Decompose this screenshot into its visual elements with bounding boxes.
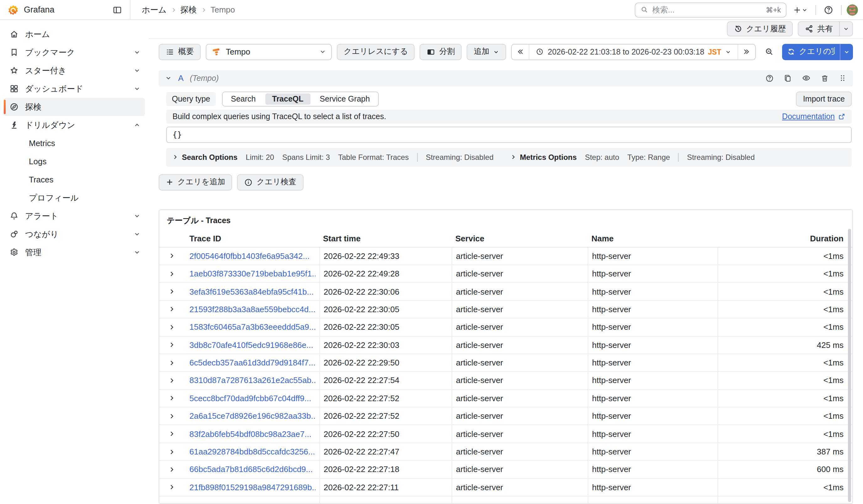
import-trace-button[interactable]: Import trace [796,91,852,106]
run-query-dropdown[interactable] [840,43,853,60]
chevron-down-icon[interactable] [128,213,145,219]
header-start-time[interactable]: Start time [319,234,452,243]
query-inspector-button[interactable]: クエリ検査 [237,174,303,190]
documentation-link[interactable]: Documentation [782,112,846,121]
brand[interactable]: Grafana [8,4,54,15]
trace-id-link[interactable]: 61aa2928784bdb8d5ccafdc3256... [189,447,315,456]
chevron-down-icon[interactable] [128,49,145,56]
row-expander[interactable] [159,336,184,354]
chevron-down-icon[interactable] [128,67,145,74]
duplicate-icon[interactable] [783,74,792,83]
sidebar-toggle-button[interactable] [110,2,125,17]
time-shift-forward-button[interactable] [738,44,755,59]
header-duration[interactable]: Duration [717,234,852,243]
option-step: Step: auto [585,153,619,161]
share-button-main[interactable]: 共有 [798,22,839,36]
outline-button[interactable]: 概要 [159,43,201,60]
tab-service-graph[interactable]: Service Graph [312,92,378,105]
breadcrumb-home[interactable]: ホーム [142,4,166,15]
service-cell: article-server [452,425,588,443]
trace-id-link[interactable]: 8310d87a7287613a261e2ac55ab... [189,376,315,385]
trace-id-link[interactable]: 6c5decb357aa61d3dd79d9184f7... [189,358,315,367]
row-expander[interactable] [159,425,184,443]
row-expander[interactable] [159,407,184,425]
time-range-button[interactable]: 2026-02-22 21:03:18 to 2026-02-23 00:03:… [529,44,738,59]
new-menu-button[interactable] [790,2,810,17]
brand-name: Grafana [24,5,54,14]
go-queryless-button[interactable]: クエリレスにする [337,43,415,60]
chevron-down-icon[interactable] [128,231,145,238]
row-expander[interactable] [159,301,184,318]
trace-id-cell: 83f2ab6feb54bdf08bc98a23ae7... [184,425,319,443]
add-dropdown-button[interactable]: 追加 [467,43,506,60]
trash-icon[interactable] [820,74,829,83]
sidebar-item-label: 探検 [25,101,41,113]
add-query-button[interactable]: クエリを追加 [159,174,232,190]
row-expander[interactable] [159,318,184,336]
start-time-cell: 2026-02-22 22:29:50 [319,354,452,371]
table-scrollbar[interactable] [848,228,851,502]
row-expander[interactable] [159,390,184,407]
trace-id-link[interactable]: 3db8c70afe410f5edc91968e86e... [189,340,313,350]
row-expander[interactable] [159,479,184,496]
trace-id-link[interactable]: 21fb898f01529198a9847291689b... [189,483,315,492]
header-trace-id[interactable]: Trace ID [184,234,319,243]
grafana-app: Grafana ホーム 探検 Tempo [0,0,863,504]
help-button[interactable] [821,2,836,17]
global-search[interactable]: ⌘+k [635,2,787,17]
trace-id-link[interactable]: 1583fc60465a7a3b63eeeddd5a9... [189,323,315,332]
row-expander[interactable] [159,461,184,478]
time-shift-back-button[interactable] [512,44,529,59]
traceql-query-input[interactable]: {} [166,126,852,143]
trace-id-link[interactable]: 5cecc8bcf70dad9fcbb67c04dff9... [189,394,311,403]
collapse-chevron-icon[interactable] [165,75,172,81]
datasource-picker[interactable]: Tempo [206,43,332,60]
row-expander[interactable] [159,265,184,282]
header-name[interactable]: Name [588,234,717,243]
trace-id-link[interactable]: 83f2ab6feb54bdf08bc98a23ae7... [189,429,311,439]
row-expander[interactable] [159,443,184,461]
zoom-out-button[interactable] [761,43,777,60]
eye-icon[interactable] [802,73,811,83]
trace-id-link[interactable]: 21593f288b3a3a8ae559bebcc4d... [189,305,315,314]
metrics-options-toggle[interactable]: Metrics Options [511,153,577,161]
search-input[interactable] [652,5,762,14]
trace-id-link[interactable]: 3efa3f619e5363a84ebfa95cf41b... [189,287,314,296]
sidebar-item-explore: 探検 [0,98,149,116]
row-expander[interactable] [159,283,184,300]
table-row: 1583fc60465a7a3b63eeeddd5a9... 2026-02-2… [159,318,852,336]
trace-id-link[interactable]: 66bc5ada7b81d685c6d2d6bcd9... [189,465,313,474]
drag-handle-icon[interactable] [839,74,847,82]
sidebar-item-connections: つながり [0,225,149,243]
query-history-button[interactable]: クエリ履歴 [727,22,793,37]
chevron-down-icon[interactable] [128,85,145,92]
search-shortcut: ⌘+k [766,5,781,14]
chevron-up-icon[interactable] [128,122,145,128]
breadcrumb-explore[interactable]: 探検 [180,4,197,15]
row-expander[interactable] [159,372,184,389]
tab-search[interactable]: Search [223,92,264,105]
trace-id-link[interactable]: 2a6a15ce7d8926e196c982aa33b... [189,412,315,421]
name-cell: http-server [588,372,717,389]
share-button: 共有 [798,22,853,37]
search-options-toggle[interactable]: Search Options [173,153,237,161]
share-dropdown-chevron[interactable] [839,22,852,36]
row-expander[interactable] [159,247,184,265]
query-ref-id[interactable]: A [178,73,184,83]
table-body: 2f005464f0fbb1403fe6a95a342... 2026-02-2… [159,247,852,496]
header-service[interactable]: Service [452,234,588,243]
name-cell: http-server [588,390,717,407]
tab-traceql[interactable]: TraceQL [265,93,311,104]
trace-id-link[interactable]: 2f005464f0fbb1403fe6a95a342... [189,251,310,261]
info-circle-icon [244,178,253,187]
user-avatar[interactable] [847,4,858,15]
run-query-main[interactable]: クエリの実行 [782,43,840,60]
chevron-down-icon[interactable] [128,249,145,256]
name-cell: http-server [588,301,717,318]
help-circle-icon[interactable] [765,74,774,83]
row-expander[interactable] [159,354,184,371]
split-view-button[interactable]: 分割 [420,43,462,60]
connections-icon [9,229,19,239]
service-cell: article-server [452,336,588,354]
trace-id-link[interactable]: 1aeb03f873330e719bebab1e95f1... [189,269,315,278]
